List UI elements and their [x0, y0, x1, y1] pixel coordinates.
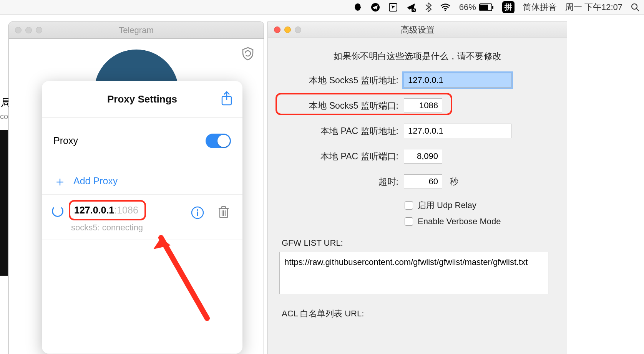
svg-rect-7	[492, 6, 493, 9]
pac-addr-label: 本地 PAC 监听地址:	[279, 125, 398, 137]
warning-text: 如果你不明白这些选项是什么，请不要修改	[279, 50, 556, 62]
pac-port-row: 本地 PAC 监听端口:	[279, 149, 556, 164]
acl-url-label: ACL 白名单列表 URL:	[282, 308, 556, 319]
shield-icon[interactable]	[241, 46, 254, 63]
svg-line-21	[161, 238, 207, 318]
cursor-box-icon[interactable]	[388, 3, 398, 12]
timeout-input[interactable]	[404, 174, 442, 189]
timeout-label: 超时:	[279, 176, 398, 188]
socks5-addr-label: 本地 Socks5 监听地址:	[279, 74, 398, 86]
udp-relay-label: 启用 Udp Relay	[418, 200, 476, 211]
svg-point-13	[197, 209, 198, 211]
bluetooth-icon[interactable]	[425, 2, 432, 12]
spotlight-icon[interactable]	[631, 3, 639, 12]
verbose-row[interactable]: Enable Verbose Mode	[405, 217, 556, 227]
connecting-spinner-icon	[52, 205, 63, 217]
background-window-fragment: 局 co	[0, 96, 8, 276]
proxy-list-item[interactable]: 127.0.0.1:1086 socks5: connecting	[42, 195, 242, 240]
pac-addr-row: 本地 PAC 监听地址:	[279, 124, 556, 138]
proxy-ip: 127.0.0.1	[74, 205, 114, 215]
add-proxy-label: Add Proxy	[73, 175, 118, 187]
socks5-port-row: 本地 Socks5 监听端口:	[279, 98, 556, 113]
proxy-toggle-row: Proxy	[42, 126, 242, 156]
gfw-url-label: GFW LIST URL:	[282, 238, 556, 248]
advanced-settings-window: 高级设置 如果你不明白这些选项是什么，请不要修改 本地 Socks5 监听地址:…	[267, 22, 567, 354]
proxy-popup-header: Proxy Settings	[42, 81, 242, 118]
proxy-toggle-switch[interactable]	[206, 134, 231, 148]
ime-badge[interactable]: 拼	[502, 1, 515, 13]
battery-percent-text: 66%	[459, 2, 476, 12]
udp-relay-checkbox[interactable]	[405, 201, 413, 210]
udp-relay-row[interactable]: 启用 Udp Relay	[405, 200, 556, 211]
proxy-popup-title: Proxy Settings	[107, 93, 177, 105]
send-g-icon[interactable]: G	[406, 2, 416, 12]
socks5-addr-row: 本地 Socks5 监听地址:	[279, 73, 556, 88]
socks5-port-input[interactable]	[404, 98, 442, 113]
svg-line-9	[636, 8, 639, 11]
svg-rect-6	[480, 5, 488, 10]
info-icon[interactable]	[191, 206, 204, 221]
battery-status[interactable]: 66%	[459, 2, 494, 12]
svg-text:G: G	[412, 8, 415, 12]
clock-text[interactable]: 周一 下午12:07	[565, 2, 622, 13]
timeout-row: 超时: 秒	[279, 174, 556, 189]
svg-point-4	[445, 10, 446, 11]
mac-menubar: G 66% 拼 简体拼音 周一 下午12:07	[0, 0, 644, 15]
pac-port-input[interactable]	[404, 149, 442, 164]
share-icon[interactable]	[220, 91, 233, 108]
telegram-window-title: Telegram	[9, 25, 264, 35]
socks5-port-label: 本地 Socks5 监听端口:	[279, 100, 398, 112]
qq-icon[interactable]	[353, 3, 362, 12]
trash-icon[interactable]	[218, 205, 229, 221]
pac-addr-input[interactable]	[404, 124, 511, 138]
pac-port-label: 本地 PAC 监听端口:	[279, 151, 398, 162]
timeout-unit: 秒	[450, 176, 458, 187]
advanced-window-title: 高级设置	[268, 24, 567, 36]
verbose-label: Enable Verbose Mode	[418, 217, 501, 227]
wifi-icon[interactable]	[440, 3, 451, 12]
telegram-window: Telegram Proxy Settings Proxy ＋ Add Prox…	[8, 22, 264, 354]
advanced-titlebar[interactable]: 高级设置	[268, 22, 567, 38]
verbose-checkbox[interactable]	[405, 217, 413, 226]
telegram-titlebar[interactable]: Telegram	[9, 22, 264, 39]
socks5-addr-input[interactable]	[404, 73, 511, 88]
gfw-url-textarea[interactable]	[279, 252, 548, 294]
svg-rect-14	[197, 212, 198, 216]
svg-point-8	[632, 4, 637, 9]
svg-rect-20	[222, 207, 226, 208]
telegram-tray-icon[interactable]	[371, 3, 380, 12]
proxy-address-highlight: 127.0.0.1:1086	[69, 200, 146, 220]
proxy-label: Proxy	[53, 135, 78, 146]
proxy-port: :1086	[114, 205, 138, 215]
proxy-settings-popup: Proxy Settings Proxy ＋ Add Proxy 127.0.0…	[42, 81, 242, 354]
add-proxy-button[interactable]: ＋ Add Proxy	[42, 168, 242, 195]
proxy-status-text: socks5: connecting	[71, 223, 231, 233]
plus-icon: ＋	[53, 175, 66, 188]
ime-name[interactable]: 简体拼音	[523, 2, 557, 13]
